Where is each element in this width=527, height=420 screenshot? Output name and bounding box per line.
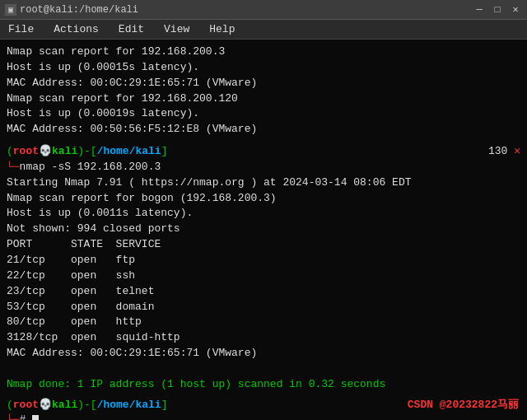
prompt-user-2: kali — [52, 398, 77, 413]
prior-line-5: MAC Address: 00:50:56:F5:12:E8 (VMware) — [7, 122, 520, 138]
prompt-dir-1: /home/kali — [97, 144, 161, 160]
idle-arrow: └─ — [7, 413, 20, 420]
nmap-line-8: 53/tcp open domain — [7, 300, 520, 315]
terminal-area[interactable]: Nmap scan report for 192.168.200.3 Host … — [0, 40, 527, 420]
nmap-line-9: 80/tcp open http — [7, 315, 520, 330]
prior-line-1: Host is up (0.00015s latency). — [7, 60, 520, 76]
nmap-line-7: 23/tcp open telnet — [7, 284, 520, 300]
menu-file[interactable]: File — [3, 21, 39, 37]
menu-view[interactable]: View — [159, 21, 194, 37]
terminal-icon: ▣ — [5, 4, 16, 16]
command-line-1: └─ nmap -sS 192.168.200.3 — [7, 160, 520, 175]
close-button[interactable]: ✕ — [509, 3, 522, 16]
cursor — [32, 415, 39, 420]
prompt-command-1: nmap -sS 192.168.200.3 — [20, 160, 161, 175]
menu-bar: File Actions Edit View Help — [0, 20, 527, 40]
prompt-line-1: (root💀kali)-[/home/kali] 130 ✕ — [7, 144, 520, 160]
line-counter: 130 — [488, 144, 507, 160]
prompt-dir-2: /home/kali — [97, 398, 161, 413]
nmap-line-4: PORT STATE SERVICE — [7, 237, 520, 253]
prompt-root-2: root — [13, 398, 39, 413]
prior-line-4: Host is up (0.00019s latency). — [7, 106, 520, 122]
watermark: CSDN @20232822马丽 — [408, 398, 519, 413]
prompt-user-1: kali — [52, 144, 77, 160]
prompt-root-1: root — [13, 144, 39, 160]
nmap-line-3: Not shown: 994 closed ports — [7, 222, 520, 237]
exit-code: ✕ — [514, 144, 520, 160]
prompt-skull-1: 💀 — [39, 144, 52, 160]
idle-hash: # — [20, 413, 26, 420]
menu-actions[interactable]: Actions — [49, 21, 104, 37]
nmap-done-line: Nmap done: 1 IP address (1 host up) scan… — [7, 377, 520, 393]
nmap-line-6: 22/tcp open ssh — [7, 268, 520, 284]
prior-line-2: MAC Address: 00:0C:29:1E:65:71 (VMware) — [7, 76, 520, 91]
prompt-close-bracket-1: )-[ — [77, 144, 96, 160]
nmap-line-blank — [7, 362, 520, 377]
maximize-button[interactable]: □ — [491, 4, 504, 16]
prompt-dir-close-2: ] — [161, 398, 168, 413]
nmap-line-1: Nmap scan report for bogon (192.168.200.… — [7, 191, 520, 207]
idle-prompt-line: └─ # — [7, 413, 520, 420]
nmap-line-2: Host is up (0.0011s latency). — [7, 206, 520, 222]
nmap-line-5: 21/tcp open ftp — [7, 253, 520, 268]
nmap-line-0: Starting Nmap 7.91 ( https://nmap.org ) … — [7, 175, 520, 191]
window-controls[interactable]: ─ □ ✕ — [473, 3, 522, 16]
prompt-skull-2: 💀 — [39, 398, 52, 413]
menu-help[interactable]: Help — [204, 21, 240, 37]
menu-edit[interactable]: Edit — [114, 21, 149, 37]
prompt-close-bracket-2: )-[ — [77, 398, 96, 413]
prompt-open-bracket-1: ( — [7, 144, 13, 160]
prior-line-3: Nmap scan report for 192.168.200.120 — [7, 91, 520, 107]
nmap-line-11: MAC Address: 00:0C:29:1E:65:71 (VMware) — [7, 346, 520, 362]
nmap-line-10: 3128/tcp open squid-http — [7, 330, 520, 346]
prompt-dir-close-1: ] — [161, 144, 168, 160]
title-bar-left: ▣ root@kali:/home/kali — [5, 4, 138, 16]
title-bar: ▣ root@kali:/home/kali ─ □ ✕ — [0, 0, 527, 20]
minimize-button[interactable]: ─ — [473, 4, 486, 16]
prompt-hash-1: └─ — [7, 160, 20, 175]
prompt-open-bracket-2: ( — [7, 398, 13, 413]
window-title: root@kali:/home/kali — [20, 4, 138, 16]
prior-line-0: Nmap scan report for 192.168.200.3 — [7, 44, 520, 60]
